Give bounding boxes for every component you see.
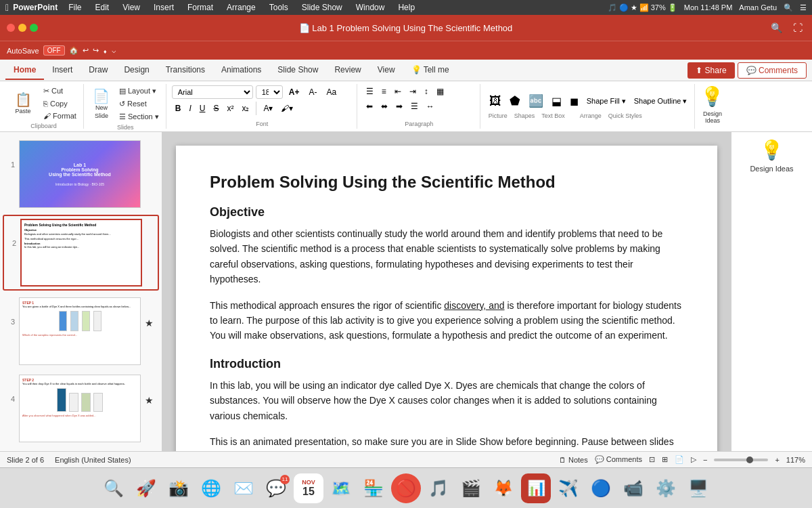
paste-button[interactable]: 📋 Paste bbox=[8, 91, 38, 117]
quick-styles-button[interactable]: ◼ bbox=[566, 92, 582, 110]
font-color-button[interactable]: A▾ bbox=[260, 102, 276, 114]
tab-insert[interactable]: Insert bbox=[44, 61, 81, 80]
new-slide-button[interactable]: 📄 New Slide bbox=[89, 87, 114, 121]
dock-photos[interactable]: 📸 bbox=[164, 473, 194, 503]
shape-fill-button[interactable]: Shape Fill ▾ bbox=[583, 92, 629, 110]
layout-button[interactable]: ▤ Layout ▾ bbox=[116, 85, 162, 97]
comments-status-button[interactable]: 💬 Comments bbox=[595, 455, 642, 464]
dock-music[interactable]: 🎵 bbox=[424, 473, 453, 503]
shapes-button[interactable]: ⬟ bbox=[506, 92, 524, 110]
increase-font-button[interactable]: A+ bbox=[286, 86, 303, 98]
search-title-icon[interactable]: 🔍 bbox=[768, 21, 785, 35]
tab-view[interactable]: View bbox=[369, 61, 403, 80]
undo-icon[interactable]: ⬧ bbox=[103, 47, 108, 55]
picture-button[interactable]: 🖼 bbox=[486, 92, 505, 110]
dock-movies[interactable]: 🎬 bbox=[456, 473, 486, 503]
cut-button[interactable]: ✂ Cut bbox=[41, 85, 79, 97]
dock-facetime[interactable]: 📹 bbox=[618, 473, 648, 503]
view-normal-button[interactable]: ⊡ bbox=[649, 455, 655, 464]
dock-firefox[interactable]: 🦊 bbox=[489, 473, 518, 503]
icons-button[interactable]: 🔤 bbox=[525, 92, 547, 110]
zoom-out-button[interactable]: − bbox=[703, 456, 707, 464]
bullets-button[interactable]: ☰ bbox=[363, 85, 377, 98]
dock-maps[interactable]: 🗺️ bbox=[326, 473, 356, 503]
menu-file[interactable]: File bbox=[66, 1, 84, 14]
autosave-toggle[interactable]: OFF bbox=[43, 45, 65, 56]
align-left-button[interactable]: ⬅ bbox=[363, 100, 376, 112]
reset-button[interactable]: ↺ Reset bbox=[116, 98, 162, 110]
dock-other[interactable]: 🖥️ bbox=[683, 473, 713, 503]
font-size-select[interactable]: 18 bbox=[256, 85, 283, 99]
subscript-button[interactable]: x₂ bbox=[238, 102, 252, 114]
tab-design[interactable]: Design bbox=[116, 61, 157, 80]
tab-tellme[interactable]: 💡 Tell me bbox=[403, 61, 457, 80]
tab-review[interactable]: Review bbox=[326, 61, 369, 80]
arrange-button[interactable]: ⬓ bbox=[548, 92, 565, 110]
format-button[interactable]: 🖌 Format bbox=[41, 110, 79, 121]
tab-transitions[interactable]: Transitions bbox=[158, 61, 213, 80]
dock-chrome[interactable]: 🔵 bbox=[586, 473, 616, 503]
menu-arrange[interactable]: Arrange bbox=[224, 1, 258, 14]
section-button[interactable]: ☰ Section ▾ bbox=[116, 111, 162, 123]
fullscreen-icon[interactable]: ⛶ bbox=[790, 21, 805, 35]
tab-animations[interactable]: Animations bbox=[213, 61, 269, 80]
menu-view[interactable]: View bbox=[120, 1, 143, 14]
share-button[interactable]: ⬆ Share bbox=[687, 62, 734, 79]
minimize-button[interactable] bbox=[18, 24, 26, 32]
font-name-select[interactable]: Arial bbox=[172, 85, 253, 99]
slide-thumb-3[interactable]: 3 STEP 1 You are given a bottle of Dye X… bbox=[3, 295, 159, 368]
numbering-button[interactable]: ≡ bbox=[378, 85, 390, 98]
dock-launchpad[interactable]: 🚀 bbox=[131, 473, 161, 503]
decrease-font-button[interactable]: A- bbox=[305, 86, 320, 98]
shape-outline-button[interactable]: Shape Outline ▾ bbox=[631, 92, 691, 110]
slide-thumb-1[interactable]: 1 Lab 1Problem SolvingUsing the Scientif… bbox=[3, 137, 159, 211]
main-canvas[interactable]: Problem Solving Using the Scientific Met… bbox=[162, 132, 731, 451]
indent-less-button[interactable]: ⇤ bbox=[391, 85, 405, 98]
menu-window[interactable]: Window bbox=[353, 1, 388, 14]
menu-format[interactable]: Format bbox=[185, 1, 216, 14]
notes-button[interactable]: 🗒 Notes bbox=[559, 456, 588, 464]
back-icon[interactable]: ↩ bbox=[83, 46, 89, 55]
dock-calendar[interactable]: NOV 15 bbox=[294, 473, 323, 503]
zoom-slider[interactable] bbox=[714, 459, 768, 461]
justify-button[interactable]: ☰ bbox=[407, 100, 422, 112]
view-reading-button[interactable]: 📄 bbox=[675, 455, 684, 464]
redo-icon[interactable]: ↪ bbox=[93, 46, 99, 55]
customize-icon[interactable]: ⌵ bbox=[112, 46, 116, 55]
underline-button[interactable]: U bbox=[196, 102, 209, 114]
dock-mail[interactable]: ✉️ bbox=[229, 473, 258, 503]
control-icon[interactable]: ☰ bbox=[800, 3, 807, 12]
dock-powerpoint[interactable]: 📊 bbox=[521, 473, 551, 503]
dock-no-entry[interactable]: 🚫 bbox=[391, 473, 421, 503]
menu-edit[interactable]: Edit bbox=[92, 1, 112, 14]
strikethrough-button[interactable]: S bbox=[210, 102, 222, 114]
dock-messages[interactable]: 💬11 bbox=[261, 473, 291, 503]
search-icon[interactable]: 🔍 bbox=[784, 3, 793, 12]
highlight-button[interactable]: 🖌▾ bbox=[277, 102, 296, 114]
clear-format-button[interactable]: Aa bbox=[323, 86, 340, 98]
menu-insert[interactable]: Insert bbox=[151, 1, 177, 14]
slide-thumb-4[interactable]: 4 STEP 2 You will then drop Dye X to the… bbox=[3, 372, 159, 445]
tab-slideshow[interactable]: Slide Show bbox=[269, 61, 326, 80]
dock-telegram[interactable]: ✈️ bbox=[554, 473, 583, 503]
dock-settings[interactable]: ⚙️ bbox=[651, 473, 681, 503]
slide-thumb-2[interactable]: 2 Problem Solving Using the Scientific M… bbox=[3, 215, 159, 291]
columns-button[interactable]: ▦ bbox=[433, 85, 447, 98]
dock-appstore[interactable]: 🏪 bbox=[359, 473, 388, 503]
dock-finder[interactable]: 🔍 bbox=[99, 473, 129, 503]
line-spacing-button[interactable]: ↕ bbox=[421, 85, 432, 98]
superscript-button[interactable]: x² bbox=[223, 102, 237, 114]
indent-more-button[interactable]: ⇥ bbox=[406, 85, 420, 98]
text-direction-button[interactable]: ↔ bbox=[423, 100, 438, 112]
align-center-button[interactable]: ⬌ bbox=[378, 100, 391, 112]
tab-home[interactable]: Home bbox=[5, 61, 44, 80]
zoom-in-button[interactable]: + bbox=[775, 456, 779, 464]
view-slide-sorter-button[interactable]: ⊞ bbox=[662, 455, 668, 464]
italic-button[interactable]: I bbox=[185, 102, 194, 114]
dock-safari[interactable]: 🌐 bbox=[196, 473, 226, 503]
design-ideas-label[interactable]: DesignIdeas bbox=[703, 110, 722, 124]
bold-button[interactable]: B bbox=[172, 102, 185, 114]
tab-draw[interactable]: Draw bbox=[81, 61, 116, 80]
copy-button[interactable]: ⎘ Copy bbox=[41, 98, 79, 109]
menu-tools[interactable]: Tools bbox=[267, 1, 291, 14]
